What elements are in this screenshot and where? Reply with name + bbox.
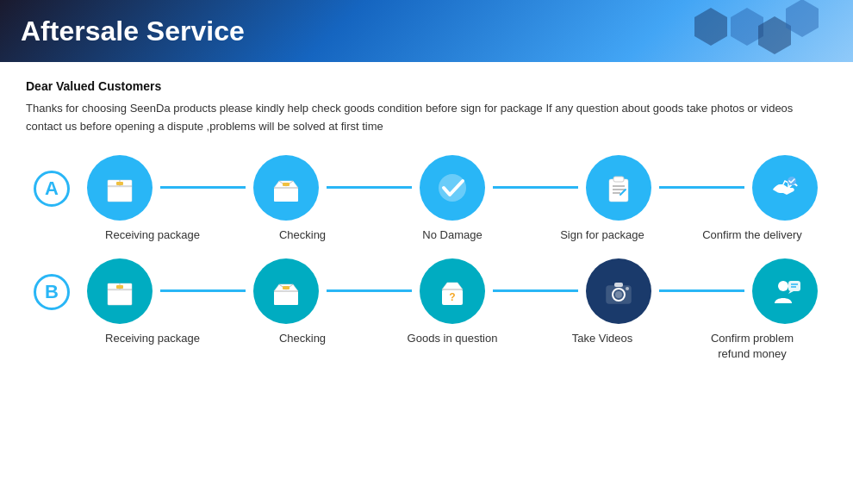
flow-row-b: B [26, 258, 827, 362]
connector-b-1 [160, 289, 245, 292]
open-box-icon-b [267, 272, 305, 310]
svg-text:?: ? [449, 291, 455, 303]
svg-rect-13 [613, 177, 624, 182]
step-video-b [576, 258, 661, 324]
step-sign-a [576, 155, 661, 221]
icon-wrap-receive-b [87, 258, 153, 324]
main-content: Dear Valued Customers Thanks for choosin… [0, 62, 853, 391]
connector-b-3 [493, 289, 577, 292]
label-refund-b: Confirm problemrefund money [677, 331, 827, 362]
label-video-b: Take Videos [527, 331, 677, 362]
svg-rect-28 [283, 286, 290, 289]
box-icon-b [101, 272, 139, 310]
icon-wrap-nodamage-a [420, 155, 485, 221]
steps-a: Receiving package Checking No Damage Sig… [78, 155, 827, 243]
step-receive-b [78, 258, 162, 324]
icon-wrap-check-b [253, 258, 319, 324]
step-question-b: ? [410, 258, 495, 324]
label-a: A [26, 155, 78, 207]
svg-point-37 [626, 287, 629, 290]
svg-marker-42 [788, 291, 794, 294]
flow-row-b-inner: B [26, 258, 827, 362]
icon-wrap-video-b [586, 258, 651, 324]
handshake-icon [766, 169, 804, 207]
page-header: Aftersale Service [0, 0, 853, 62]
flow-row-a-inner: A [26, 155, 827, 243]
page-title: Aftersale Service [21, 16, 245, 47]
svg-rect-18 [108, 289, 132, 305]
connector-a-3 [493, 186, 577, 189]
label-confirm-a: Confirm the delivery [677, 227, 827, 243]
description-text: Thanks for choosing SeenDa products plea… [26, 100, 827, 136]
hex-1 [694, 8, 727, 46]
question-box-icon: ? [433, 272, 471, 310]
step-receive-a [78, 155, 162, 221]
labels-row-b: Receiving package Checking Goods in ques… [78, 331, 827, 362]
label-circle-b: B [34, 274, 70, 310]
svg-point-35 [615, 291, 622, 298]
label-receive-a: Receiving package [78, 227, 227, 243]
connector-a-1 [160, 186, 245, 189]
connector-b-2 [327, 289, 411, 292]
icons-row-b: ? [78, 258, 827, 324]
clipboard-icon [600, 169, 638, 207]
hex-decoration [694, 8, 819, 54]
steps-b: ? [78, 258, 827, 362]
label-receive-b: Receiving package [78, 331, 227, 362]
checkmark-icon [433, 169, 471, 207]
label-nodamage-a: No Damage [377, 227, 527, 243]
icon-wrap-refund-b [752, 258, 818, 324]
svg-marker-30 [442, 283, 463, 289]
step-check-a [244, 155, 328, 221]
label-circle-a: A [34, 171, 70, 207]
svg-rect-10 [283, 183, 290, 186]
label-sign-a: Sign for package [527, 227, 677, 243]
support-icon [766, 272, 804, 310]
icon-wrap-question-b: ? [420, 258, 485, 324]
icon-wrap-check-a [253, 155, 319, 221]
icons-row-a [78, 155, 827, 221]
svg-rect-4 [116, 182, 123, 185]
step-refund-b [743, 258, 827, 324]
icon-wrap-receive-a [87, 155, 153, 221]
label-check-a: Checking [227, 227, 377, 243]
camera-icon [600, 272, 638, 310]
label-b: B [26, 258, 78, 310]
connector-a-4 [659, 186, 744, 189]
svg-rect-39 [788, 281, 800, 291]
open-box-icon-a [267, 169, 305, 207]
step-check-b [244, 258, 328, 324]
svg-rect-23 [274, 291, 298, 305]
svg-rect-36 [614, 283, 623, 287]
labels-row-a: Receiving package Checking No Damage Sig… [78, 227, 827, 243]
icon-wrap-confirm-a [752, 155, 818, 221]
svg-rect-5 [274, 188, 298, 202]
box-icon [101, 169, 139, 207]
svg-rect-22 [116, 285, 123, 289]
svg-rect-0 [108, 186, 132, 202]
flow-row-a: A [26, 155, 827, 243]
svg-point-38 [778, 281, 788, 291]
label-check-b: Checking [227, 331, 377, 362]
greeting-text: Dear Valued Customers [26, 79, 827, 93]
icon-wrap-sign-a [586, 155, 651, 221]
connector-a-2 [327, 186, 411, 189]
connector-b-4 [659, 289, 744, 292]
step-confirm-a [743, 155, 827, 221]
label-question-b: Goods in question [377, 331, 527, 362]
step-nodamage-a [410, 155, 495, 221]
